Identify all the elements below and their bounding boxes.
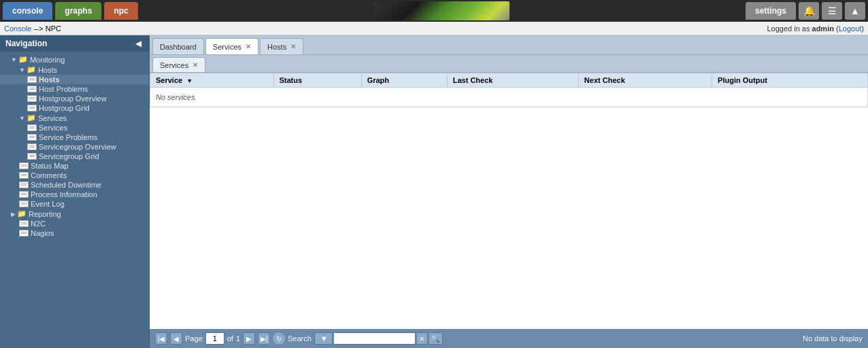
logged-in-label: Logged in as xyxy=(767,24,809,33)
search-clear-button[interactable]: ✕ xyxy=(417,332,428,345)
first-page-button[interactable]: |◀ xyxy=(155,332,167,345)
tab-dashboard[interactable]: Dashboard xyxy=(152,38,204,54)
sidebar-item-host-problems[interactable]: Host Problems xyxy=(0,84,149,94)
page-hosts-icon xyxy=(27,76,37,83)
sidebar-item-reporting[interactable]: ▶ 📁 Reporting xyxy=(0,209,149,219)
folder-reporting-icon: 📁 xyxy=(17,209,27,218)
no-data-cell: No services. xyxy=(150,88,868,107)
sidebar-item-monitoring[interactable]: ▼ 📁 Monitoring xyxy=(0,54,149,65)
breadcrumb-bar: Console --> NPC Logged in as admin (Logo… xyxy=(0,22,868,35)
page-nagios-icon xyxy=(19,230,29,237)
col-graph-label: Graph xyxy=(367,76,389,84)
page-host-problems-icon xyxy=(27,86,37,92)
sidebar-item-hostgroup-overview[interactable]: Hostgroup Overview xyxy=(0,94,149,103)
no-data-row: No services. xyxy=(150,88,868,107)
panel-tab-services-close[interactable]: ✕ xyxy=(193,62,198,69)
breadcrumb-console-link[interactable]: Console xyxy=(4,24,31,33)
sidebar-item-service-problems[interactable]: Service Problems xyxy=(0,133,149,142)
next-page-button[interactable]: ▶ xyxy=(243,332,255,345)
page-comments-icon xyxy=(19,172,29,179)
main-tab-bar: Dashboard Services ✕ Hosts ✕ xyxy=(150,35,868,55)
logo xyxy=(373,1,510,20)
tab-services-close[interactable]: ✕ xyxy=(246,44,251,50)
n2c-label: N2C xyxy=(31,220,46,228)
sidebar-item-servicegroup-grid[interactable]: Servicegroup Grid xyxy=(0,152,149,161)
search-go-button[interactable]: 🔍 xyxy=(429,332,443,345)
search-input[interactable] xyxy=(334,332,416,345)
sidebar-item-n2c[interactable]: N2C xyxy=(0,219,149,228)
tab-hosts-label: Hosts xyxy=(267,43,286,51)
sidebar: Navigation ◀ ▼ 📁 Monitoring ▼ 📁 Hosts Ho… xyxy=(0,35,150,348)
panel-tab-services[interactable]: Services ✕ xyxy=(152,57,205,72)
tab-hosts[interactable]: Hosts ✕ xyxy=(260,38,303,54)
sidebar-content: ▼ 📁 Monitoring ▼ 📁 Hosts Hosts Host Prob… xyxy=(0,52,149,348)
no-data-display-label: No data to display xyxy=(803,334,863,343)
search-dropdown-arrow-icon: ▼ xyxy=(320,334,328,343)
col-graph: Graph xyxy=(361,73,447,88)
services-table: Service ▼ Status Graph Last Check xyxy=(150,73,868,107)
services-group-label: Services xyxy=(38,114,67,122)
total-pages: 1 xyxy=(236,334,240,343)
services-panel: Services ✕ Service ▼ Status xyxy=(150,55,868,348)
sidebar-item-status-map[interactable]: Status Map xyxy=(0,161,149,171)
col-service[interactable]: Service ▼ xyxy=(150,73,274,88)
main-layout: Navigation ◀ ▼ 📁 Monitoring ▼ 📁 Hosts Ho… xyxy=(0,35,868,348)
breadcrumb-separator: --> xyxy=(34,24,44,33)
sidebar-item-scheduled-downtime[interactable]: Scheduled Downtime xyxy=(0,180,149,190)
hostgroup-grid-label: Hostgroup Grid xyxy=(39,104,90,112)
sort-service-icon: ▼ xyxy=(186,77,193,84)
sidebar-item-hosts[interactable]: Hosts xyxy=(0,75,149,84)
sidebar-item-event-log[interactable]: Event Log xyxy=(0,199,149,209)
console-tab[interactable]: console xyxy=(3,2,52,20)
tab-hosts-close[interactable]: ✕ xyxy=(290,44,296,50)
search-dropdown-button[interactable]: ▼ xyxy=(314,332,333,345)
top-bar: console graphs npc settings 🔔 ☰ ▲ xyxy=(0,0,868,22)
scheduled-downtime-label: Scheduled Downtime xyxy=(31,181,101,189)
search-wrap: ▼ ✕ 🔍 xyxy=(314,332,443,345)
prev-page-button[interactable]: ◀ xyxy=(170,332,182,345)
services-label: Services xyxy=(39,124,67,132)
col-plugin-output: Plugin Output xyxy=(712,73,868,88)
col-status: Status xyxy=(273,73,361,88)
npc-tab[interactable]: npc xyxy=(104,2,137,20)
page-scheduled-downtime-icon xyxy=(19,181,29,188)
col-status-label: Status xyxy=(280,76,303,84)
page-label: Page xyxy=(185,334,203,343)
sidebar-item-comments[interactable]: Comments xyxy=(0,171,149,180)
sidebar-header: Navigation ◀ xyxy=(0,35,149,52)
settings-tab[interactable]: settings xyxy=(746,2,796,20)
event-log-label: Event Log xyxy=(31,200,65,208)
reporting-label: Reporting xyxy=(29,210,61,218)
graphs-tab[interactable]: graphs xyxy=(55,2,101,20)
tab-services[interactable]: Services ✕ xyxy=(205,38,258,54)
page-process-information-icon xyxy=(19,191,29,198)
sidebar-close-button[interactable]: ◀ xyxy=(133,38,144,49)
top-bar-right: settings 🔔 ☰ ▲ xyxy=(746,2,865,20)
loading-icon: ↻ xyxy=(273,332,285,345)
monitoring-label: Monitoring xyxy=(30,56,65,64)
table-body: No services. xyxy=(150,88,868,107)
sidebar-item-nagios[interactable]: Nagios xyxy=(0,228,149,238)
breadcrumb: Console --> NPC xyxy=(4,24,61,33)
bell-icon-btn[interactable]: 🔔 xyxy=(799,2,819,20)
hostgroup-overview-label: Hostgroup Overview xyxy=(39,94,107,103)
col-last-check: Last Check xyxy=(447,73,578,88)
panel-tab-services-label: Services xyxy=(160,61,188,69)
panel-tab-bar: Services ✕ xyxy=(150,55,868,73)
bars-icon-btn[interactable]: ☰ xyxy=(822,2,842,20)
sidebar-item-process-information[interactable]: Process Information xyxy=(0,190,149,199)
page-number-input[interactable] xyxy=(205,332,224,345)
last-page-button[interactable]: ▶| xyxy=(258,332,270,345)
logout-link[interactable]: Logout xyxy=(839,24,862,33)
sidebar-item-servicegroup-overview[interactable]: Servicegroup Overview xyxy=(0,142,149,152)
sidebar-item-hosts-group[interactable]: ▼ 📁 Hosts xyxy=(0,65,149,75)
expand-hosts-icon: ▼ xyxy=(19,67,25,73)
sidebar-item-hostgroup-grid[interactable]: Hostgroup Grid xyxy=(0,103,149,113)
expand-reporting-icon: ▶ xyxy=(11,211,16,218)
chart-icon-btn[interactable]: ▲ xyxy=(845,2,865,20)
content-area: Dashboard Services ✕ Hosts ✕ Services ✕ xyxy=(150,35,868,348)
sidebar-item-services-group[interactable]: ▼ 📁 Services xyxy=(0,113,149,123)
bars-icon: ☰ xyxy=(828,5,837,16)
navigation-title: Navigation xyxy=(5,39,47,48)
sidebar-item-services[interactable]: Services xyxy=(0,123,149,133)
